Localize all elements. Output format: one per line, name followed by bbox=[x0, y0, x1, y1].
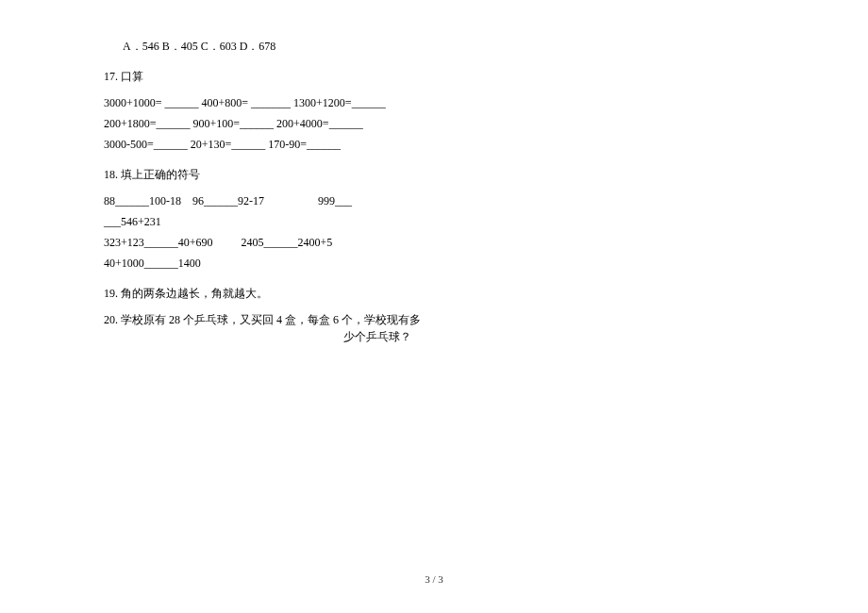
q18-r1-b: 96______92-17 bbox=[192, 194, 318, 207]
q17-row1: 3000+1000= ______ 400+800= _______ 1300+… bbox=[104, 94, 764, 111]
q17-row2: 200+1800=______ 900+100=______ 200+4000=… bbox=[104, 115, 764, 132]
q17-title: 17. 口算 bbox=[104, 68, 764, 85]
q20-line1: 20. 学校原有 28 个乒乓球，又买回 4 盒，每盒 6 个，学校现有多 bbox=[104, 311, 764, 328]
q18-row2: ___546+231 bbox=[104, 213, 764, 230]
document-page: A．546 B．405 C．603 D．678 17. 口算 3000+1000… bbox=[0, 0, 868, 345]
q17-r3-b: 20+130=______ bbox=[191, 138, 269, 151]
q17-r1-b: 400+800= _______ bbox=[202, 96, 294, 109]
q17-r2-c: 200+4000=______ bbox=[276, 117, 363, 130]
q17-r3-c: 170-90=______ bbox=[268, 138, 341, 151]
page-number: 3 / 3 bbox=[0, 573, 868, 585]
q18-row1: 88______100-18 96______92-17 999___ bbox=[104, 192, 764, 209]
q18-title: 18. 填上正确的符号 bbox=[104, 166, 764, 183]
q20-block: 20. 学校原有 28 个乒乓球，又买回 4 盒，每盒 6 个，学校现有多 少个… bbox=[104, 311, 764, 345]
q17-row3: 3000-500=______ 20+130=______ 170-90=___… bbox=[104, 136, 764, 153]
q20-line2: 少个乒乓球？ bbox=[104, 328, 764, 345]
q18-r3-a: 323+123______40+690 bbox=[104, 236, 242, 249]
q17-r1-a: 3000+1000= ______ bbox=[104, 96, 202, 109]
q17-r1-c: 1300+1200=______ bbox=[293, 96, 386, 109]
q18-r3-b: 2405______2400+5 bbox=[242, 236, 333, 249]
q17-r2-b: 900+100=______ bbox=[193, 117, 277, 130]
q18-r1-a: 88______100-18 bbox=[104, 194, 192, 207]
q17-r2-a: 200+1800=______ bbox=[104, 117, 193, 130]
q17-r3-a: 3000-500=______ bbox=[104, 138, 191, 151]
q18-r1-c: 999___ bbox=[318, 194, 352, 207]
q18-row3: 323+123______40+690 2405______2400+5 bbox=[104, 234, 764, 251]
q19-text: 19. 角的两条边越长，角就越大。 bbox=[104, 285, 764, 302]
mc-text: A．546 B．405 C．603 D．678 bbox=[123, 40, 275, 53]
q18-row4: 40+1000______1400 bbox=[104, 255, 764, 272]
multiple-choice-options: A．546 B．405 C．603 D．678 bbox=[104, 38, 764, 55]
